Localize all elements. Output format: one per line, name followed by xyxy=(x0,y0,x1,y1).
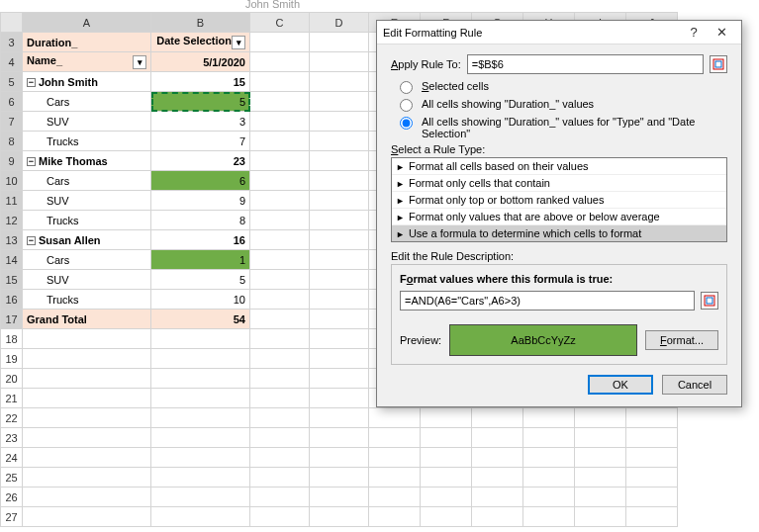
cell[interactable] xyxy=(523,408,575,428)
cell[interactable] xyxy=(472,428,523,448)
pivot-row-value[interactable]: 5 xyxy=(151,270,250,290)
cell[interactable] xyxy=(575,408,626,428)
pivot-row-value[interactable]: 9 xyxy=(151,191,250,211)
row-header[interactable]: 17 xyxy=(1,310,23,329)
cell[interactable] xyxy=(421,468,472,488)
cell[interactable] xyxy=(250,468,310,488)
cell[interactable] xyxy=(23,448,151,468)
row-header[interactable]: 18 xyxy=(1,329,23,349)
cell[interactable] xyxy=(23,389,151,408)
cell[interactable] xyxy=(151,468,250,488)
cell[interactable] xyxy=(310,112,369,132)
dropdown-icon[interactable]: ▾ xyxy=(232,36,245,49)
cell[interactable] xyxy=(575,428,626,448)
cell[interactable] xyxy=(523,448,575,468)
cell[interactable] xyxy=(575,468,626,488)
pivot-row-label[interactable]: Cars xyxy=(23,171,151,191)
cell[interactable] xyxy=(421,428,472,448)
cell[interactable] xyxy=(310,428,369,448)
row-header[interactable]: 8 xyxy=(1,132,23,151)
cell[interactable] xyxy=(626,408,678,428)
cell[interactable] xyxy=(151,448,250,468)
row-header[interactable]: 20 xyxy=(1,369,23,389)
cell[interactable] xyxy=(250,290,310,310)
col-header-A[interactable]: A xyxy=(23,13,151,33)
row-header[interactable]: 15 xyxy=(1,270,23,290)
row-header[interactable]: 9 xyxy=(1,151,23,171)
rule-type-option[interactable]: ►Format only top or bottom ranked values xyxy=(392,192,726,209)
cell[interactable] xyxy=(472,507,523,527)
row-header[interactable]: 5 xyxy=(1,72,23,92)
pivot-header-duration[interactable]: Duration_ xyxy=(23,33,151,52)
grand-total-label[interactable]: Grand Total xyxy=(23,310,151,329)
cell[interactable] xyxy=(369,468,421,488)
cell[interactable] xyxy=(626,507,678,527)
cell[interactable] xyxy=(151,507,250,527)
group-header[interactable]: −Susan Allen xyxy=(23,230,151,250)
cell[interactable] xyxy=(250,230,310,250)
cell[interactable] xyxy=(310,191,369,211)
cell[interactable] xyxy=(250,92,310,112)
cancel-button[interactable]: Cancel xyxy=(662,375,727,395)
cell[interactable] xyxy=(369,448,421,468)
pivot-row-label[interactable]: Cars xyxy=(23,92,151,112)
radio-selected-cells[interactable]: Selected cells xyxy=(395,80,727,94)
cell[interactable] xyxy=(310,171,369,191)
cell[interactable] xyxy=(151,488,250,507)
cell[interactable] xyxy=(250,250,310,270)
cell[interactable] xyxy=(250,310,310,329)
cell[interactable] xyxy=(250,72,310,92)
cell[interactable] xyxy=(250,408,310,428)
cell[interactable] xyxy=(523,428,575,448)
cell[interactable] xyxy=(23,369,151,389)
pivot-row-label[interactable]: Trucks xyxy=(23,132,151,151)
cell[interactable] xyxy=(472,448,523,468)
cell[interactable] xyxy=(23,329,151,349)
row-header[interactable]: 7 xyxy=(1,112,23,132)
cell[interactable] xyxy=(310,33,369,52)
cell[interactable] xyxy=(250,33,310,52)
cell[interactable] xyxy=(250,191,310,211)
cell[interactable] xyxy=(250,369,310,389)
radio-all-duration-type-date[interactable]: All cells showing "Duration_" values for… xyxy=(395,116,727,139)
collapse-icon[interactable]: − xyxy=(27,78,36,87)
cell[interactable] xyxy=(310,72,369,92)
cell[interactable] xyxy=(250,211,310,230)
range-picker-icon[interactable] xyxy=(710,55,727,73)
cell[interactable] xyxy=(310,151,369,171)
row-header[interactable]: 25 xyxy=(1,468,23,488)
cell[interactable] xyxy=(151,428,250,448)
cell[interactable] xyxy=(310,52,369,72)
cell[interactable] xyxy=(23,408,151,428)
row-header[interactable]: 27 xyxy=(1,507,23,527)
row-header[interactable]: 22 xyxy=(1,408,23,428)
cell[interactable] xyxy=(151,329,250,349)
cell[interactable] xyxy=(250,151,310,171)
select-all-corner[interactable] xyxy=(1,13,23,33)
cell[interactable] xyxy=(23,468,151,488)
row-header[interactable]: 13 xyxy=(1,230,23,250)
cell[interactable] xyxy=(310,132,369,151)
cell[interactable] xyxy=(472,468,523,488)
pivot-row-value[interactable]: 8 xyxy=(151,211,250,230)
cell[interactable] xyxy=(23,349,151,369)
cell[interactable] xyxy=(523,507,575,527)
row-header[interactable]: 23 xyxy=(1,428,23,448)
pivot-row-value[interactable]: 3 xyxy=(151,112,250,132)
group-subtotal[interactable]: 23 xyxy=(151,151,250,171)
cell[interactable] xyxy=(310,349,369,369)
row-header[interactable]: 19 xyxy=(1,349,23,369)
cell[interactable] xyxy=(421,448,472,468)
format-button[interactable]: Format... xyxy=(645,330,718,350)
cell[interactable] xyxy=(151,408,250,428)
rule-type-option[interactable]: ►Use a formula to determine which cells … xyxy=(392,225,726,241)
cell[interactable] xyxy=(310,468,369,488)
cell[interactable] xyxy=(421,488,472,507)
cell[interactable] xyxy=(23,507,151,527)
pivot-header-name[interactable]: Name_▾ xyxy=(23,52,151,72)
cell[interactable] xyxy=(250,52,310,72)
collapse-icon[interactable]: − xyxy=(27,157,36,166)
rule-type-list[interactable]: ►Format all cells based on their values►… xyxy=(391,157,727,242)
cell[interactable] xyxy=(250,428,310,448)
cell[interactable] xyxy=(310,230,369,250)
